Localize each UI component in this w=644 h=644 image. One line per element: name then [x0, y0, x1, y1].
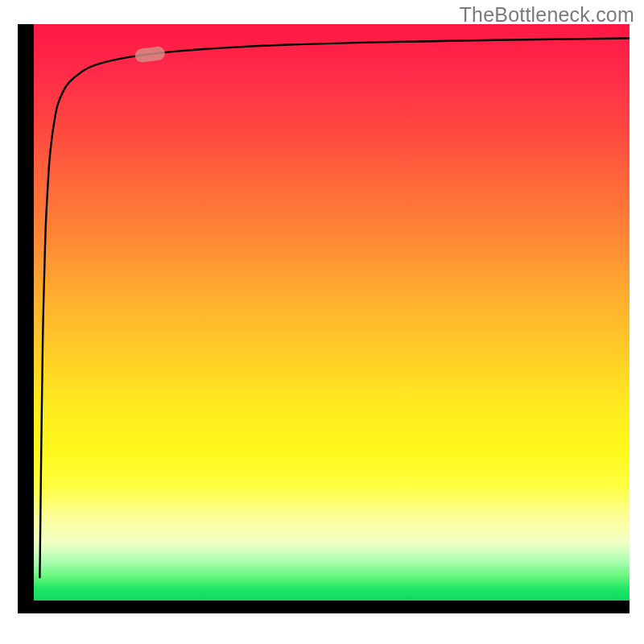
curve-layer	[34, 24, 630, 601]
highlight-marker	[134, 46, 166, 63]
chart-stage: TheBottleneck.com	[0, 0, 644, 644]
watermark-text: TheBottleneck.com	[460, 3, 634, 27]
x-axis	[18, 601, 630, 613]
bottleneck-curve	[39, 39, 630, 578]
plot-area	[34, 24, 630, 601]
highlight-pill	[134, 46, 166, 63]
y-axis	[18, 24, 34, 613]
